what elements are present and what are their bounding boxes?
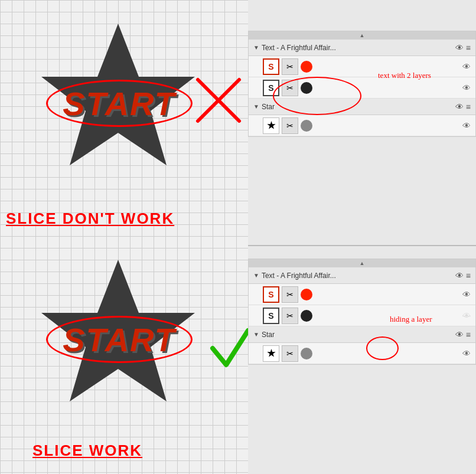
star-bottom-group: START [30,254,207,425]
eye-icon-layer2-bottom-hidden[interactable]: 👁 [462,311,471,321]
star-top-group: START [30,18,207,189]
scroll-indicator-bottom[interactable]: ▲ [249,259,475,267]
layer-row-text2-top[interactable]: S ✂ 👁 [249,77,475,99]
layer-letter-icon-s-black-top: S [263,80,279,96]
layer-letter-icon-s-black-bottom: S [263,308,279,324]
menu-icon-text-group-top[interactable]: ≡ [466,43,471,53]
menu-icon-star-group-top[interactable]: ≡ [466,102,471,112]
layer-scissors-top1: ✂ [282,58,298,75]
layer-letter-icon-s-red-top: S [263,58,279,75]
menu-icon-text-group-bottom[interactable]: ≡ [466,271,471,280]
eye-icon-text-group-top[interactable]: 👁 [455,43,464,53]
slice-dont-work-label: SLICE DON'T WORK [6,210,174,228]
star-expand-triangle-top: ▼ [253,103,259,110]
eye-icon-layer1-top[interactable]: 👁 [462,62,471,71]
eye-icon-star-group-top[interactable]: 👁 [455,102,464,112]
annotation-hiding-layer: hiding a layer [390,315,432,324]
star-group-name-bottom: Star [262,331,453,339]
layer-color-black-bottom [301,310,312,322]
menu-icon-star-group-bottom[interactable]: ≡ [466,330,471,339]
annotation-text-with-layers: text with 2 layers [378,71,431,80]
layer-star-icon-bottom: ★ [263,345,279,362]
text-group-name-top: Text - A Frightful Affair... [262,44,453,52]
text-group-name-bottom: Text - A Frightful Affair... [262,272,453,280]
start-oval-top: START [46,80,193,127]
layer-row-star-top[interactable]: ★ ✂ 👁 [249,115,475,136]
check-mark-icon [210,325,251,374]
eye-icon-star-group-bottom[interactable]: 👁 [455,330,464,339]
layer-panel-bottom: ▲ ▼ Text - A Frightful Affair... 👁 ≡ S ✂… [248,259,476,365]
layer-row-text2-bottom[interactable]: S ✂ 👁 [249,305,475,326]
x-mark-icon [195,77,242,124]
layer-scissors-star-top: ✂ [282,117,298,134]
eye-icon-star-bottom[interactable]: 👁 [462,349,471,358]
layer-scissors-bottom1: ✂ [282,286,298,303]
scroll-indicator-top[interactable]: ▲ [249,31,475,40]
layer-color-red-bottom [301,289,312,300]
star-group-header-top[interactable]: ▼ Star 👁 ≡ [249,99,475,115]
slice-work-label: SLICE WORK [32,442,142,460]
layer-row-star-bottom[interactable]: ★ ✂ 👁 [249,343,475,364]
layer-row-text1-top[interactable]: S ✂ 👁 [249,56,475,77]
expand-triangle-bottom: ▼ [253,272,259,279]
layer-star-icon-top: ★ [263,117,279,134]
eye-icon-layer1-bottom[interactable]: 👁 [462,290,471,299]
start-oval-bottom: START [46,316,193,363]
layer-scissors-bottom2: ✂ [282,308,298,324]
star-group-name-top: Star [262,103,453,111]
start-text-top: START [63,84,175,123]
layer-letter-icon-s-red-bottom: S [263,286,279,303]
layer-color-star-top [301,120,312,132]
layer-scissors-star-bottom: ✂ [282,345,298,362]
text-group-header-top[interactable]: ▼ Text - A Frightful Affair... 👁 ≡ [249,40,475,56]
text-group-header-bottom[interactable]: ▼ Text - A Frightful Affair... 👁 ≡ [249,267,475,284]
divider-line [248,245,476,246]
layer-color-red-top [301,61,312,73]
star-expand-triangle-bottom: ▼ [253,331,259,338]
layer-color-star-bottom [301,348,312,359]
start-text-bottom: START [63,321,175,359]
eye-icon-star-top[interactable]: 👁 [462,121,471,130]
eye-icon-text-group-bottom[interactable]: 👁 [455,271,464,280]
layer-panel-top: ▲ ▼ Text - A Frightful Affair... 👁 ≡ S ✂… [248,31,476,137]
expand-triangle-top: ▼ [253,44,259,51]
eye-icon-layer2-top[interactable]: 👁 [462,83,471,93]
layer-color-black-top [301,82,312,94]
star-group-header-bottom[interactable]: ▼ Star 👁 ≡ [249,326,475,343]
layer-row-text1-bottom[interactable]: S ✂ 👁 [249,284,475,305]
layer-scissors-top2: ✂ [282,80,298,96]
